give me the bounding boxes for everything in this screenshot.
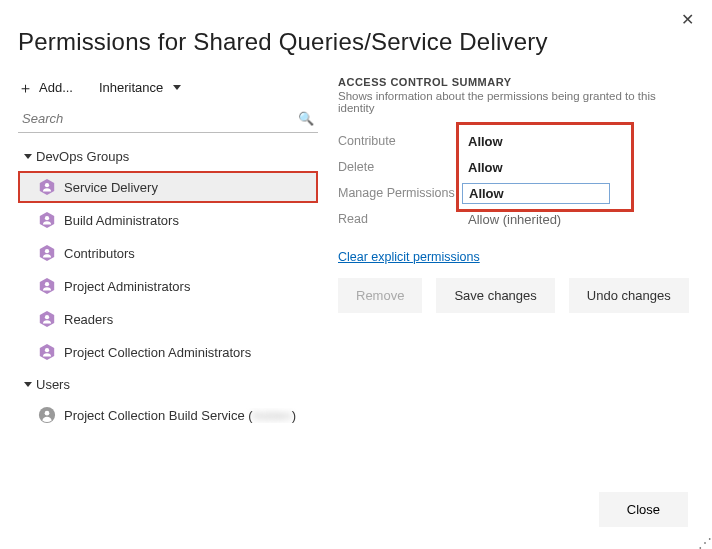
identity-row[interactable]: Project Collection Build Service (hidden… xyxy=(18,399,318,431)
permission-value[interactable]: Allow (inherited) xyxy=(462,210,610,229)
group-header-users[interactable]: Users xyxy=(18,369,318,398)
group-header-label: DevOps Groups xyxy=(36,149,129,164)
permission-label: Delete xyxy=(338,160,462,174)
permission-value[interactable]: Allow xyxy=(462,183,610,204)
svg-point-3 xyxy=(45,216,49,220)
group-icon xyxy=(38,244,56,262)
user-icon xyxy=(38,406,56,424)
group-icon xyxy=(38,277,56,295)
svg-point-1 xyxy=(45,183,49,187)
inheritance-dropdown[interactable]: Inheritance xyxy=(99,80,181,95)
save-changes-button[interactable]: Save changes xyxy=(436,278,554,313)
permission-label: Read xyxy=(338,212,462,226)
permission-value[interactable]: Allow xyxy=(462,158,610,177)
svg-point-13 xyxy=(45,411,50,416)
chevron-down-icon xyxy=(24,382,32,387)
svg-point-7 xyxy=(45,282,49,286)
identity-row[interactable]: Build Administrators xyxy=(18,204,318,236)
group-header-devops[interactable]: DevOps Groups xyxy=(18,141,318,170)
group-header-label: Users xyxy=(36,377,70,392)
identity-label: Contributors xyxy=(64,246,135,261)
group-icon xyxy=(38,310,56,328)
plus-icon: ＋ xyxy=(18,80,33,95)
identity-label: Readers xyxy=(64,312,113,327)
permission-row: DeleteAllow xyxy=(338,154,694,180)
resize-handle[interactable]: ⋰ xyxy=(698,539,710,547)
search-input[interactable] xyxy=(18,105,318,132)
identity-label: Project Collection Build Service (hidden… xyxy=(64,408,296,423)
identity-label: Project Collection Administrators xyxy=(64,345,251,360)
inheritance-label: Inheritance xyxy=(99,80,163,95)
identity-label: Service Delivery xyxy=(64,180,158,195)
chevron-down-icon xyxy=(173,85,181,90)
permission-label: Manage Permissions xyxy=(338,186,462,200)
close-icon[interactable]: ✕ xyxy=(681,10,694,29)
permission-row: Manage PermissionsAllow xyxy=(338,180,694,206)
identity-row[interactable]: Contributors xyxy=(18,237,318,269)
remove-button[interactable]: Remove xyxy=(338,278,422,313)
undo-changes-button[interactable]: Undo changes xyxy=(569,278,689,313)
acs-subheading: Shows information about the permissions … xyxy=(338,90,694,114)
add-button[interactable]: ＋ Add... xyxy=(18,80,73,95)
identity-row[interactable]: Project Collection Administrators xyxy=(18,336,318,368)
group-icon xyxy=(38,211,56,229)
acs-heading: ACCESS CONTROL SUMMARY xyxy=(338,76,694,88)
permission-row: ReadAllow (inherited) xyxy=(338,206,694,232)
group-icon xyxy=(38,178,56,196)
identity-row[interactable]: Project Administrators xyxy=(18,270,318,302)
svg-point-9 xyxy=(45,315,49,319)
dialog-title: Permissions for Shared Queries/Service D… xyxy=(18,28,694,56)
identity-row[interactable]: Readers xyxy=(18,303,318,335)
permission-value[interactable]: Allow xyxy=(462,132,610,151)
permission-row: ContributeAllow xyxy=(338,128,694,154)
group-icon xyxy=(38,343,56,361)
search-icon: 🔍 xyxy=(298,111,314,126)
svg-point-11 xyxy=(45,348,49,352)
permission-label: Contribute xyxy=(338,134,462,148)
chevron-down-icon xyxy=(24,154,32,159)
identity-label: Build Administrators xyxy=(64,213,179,228)
identity-row[interactable]: Service Delivery xyxy=(18,171,318,203)
add-button-label: Add... xyxy=(39,80,73,95)
identity-label: Project Administrators xyxy=(64,279,190,294)
close-button[interactable]: Close xyxy=(599,492,688,527)
svg-point-5 xyxy=(45,249,49,253)
clear-explicit-permissions-link[interactable]: Clear explicit permissions xyxy=(338,250,480,264)
